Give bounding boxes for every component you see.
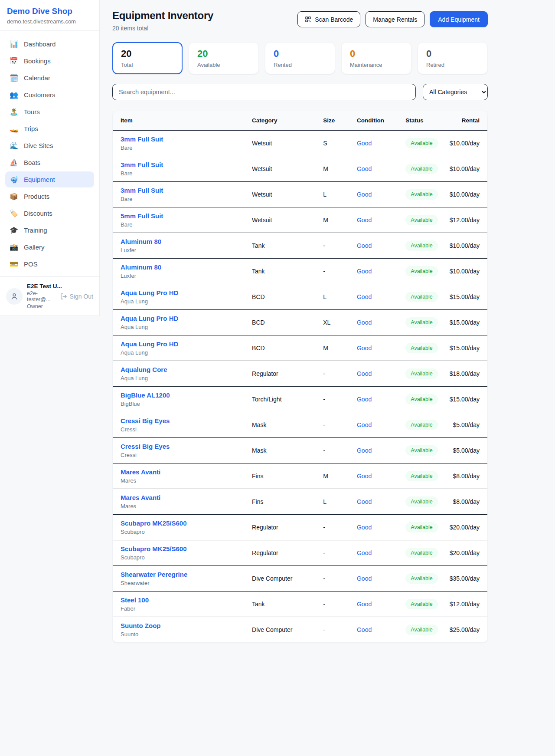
condition-link[interactable]: Good <box>357 140 372 147</box>
item-name-link[interactable]: Aluminum 80 <box>121 263 243 271</box>
item-name-link[interactable]: Aqua Lung Pro HD <box>121 315 243 322</box>
condition-link[interactable]: Good <box>357 268 372 275</box>
stat-value: 0 <box>350 48 403 59</box>
condition-link[interactable]: Good <box>357 524 372 531</box>
item-brand: Aqua Lung <box>121 349 243 356</box>
stat-card[interactable]: 0 Retired <box>418 42 488 74</box>
stat-card[interactable]: 20 Available <box>189 42 259 74</box>
item-category: Dive Computer <box>248 566 319 592</box>
status-badge: Available <box>405 343 438 353</box>
brand-link[interactable]: Demo Dive Shop <box>7 7 92 16</box>
item-category: Wetsuit <box>248 207 319 233</box>
search-input[interactable] <box>112 84 416 100</box>
item-brand: Cressi <box>121 452 243 458</box>
user-name: E2E Test U... <box>27 283 56 289</box>
item-brand: Mares <box>121 503 243 509</box>
category-select[interactable]: All Categories <box>423 84 488 100</box>
sidebar-item[interactable]: 👥 Customers <box>5 87 94 103</box>
scan-barcode-button[interactable]: Scan Barcode <box>297 11 360 27</box>
sidebar-item[interactable]: 🎓 Training <box>5 222 94 238</box>
sidebar-item[interactable]: 📅 Bookings <box>5 53 94 69</box>
status-badge: Available <box>405 471 438 481</box>
item-brand: Scubapro <box>121 529 243 535</box>
item-name-link[interactable]: Mares Avanti <box>121 494 243 501</box>
person-icon <box>10 292 19 301</box>
condition-link[interactable]: Good <box>357 575 372 582</box>
stat-card[interactable]: 0 Rented <box>265 42 335 74</box>
item-name-link[interactable]: Suunto Zoop <box>121 622 243 629</box>
condition-link[interactable]: Good <box>357 549 372 556</box>
condition-link[interactable]: Good <box>357 396 372 403</box>
item-name-link[interactable]: Aluminum 80 <box>121 238 243 245</box>
condition-link[interactable]: Good <box>357 242 372 249</box>
sidebar-nav: 📊 Dashboard 📅 Bookings 🗓️ Calendar 👥 Cus… <box>0 31 99 276</box>
sidebar-item-icon: 🎓 <box>10 227 18 234</box>
condition-link[interactable]: Good <box>357 626 372 633</box>
condition-link[interactable]: Good <box>357 447 372 454</box>
sidebar-item[interactable]: 📸 Gallery <box>5 239 94 255</box>
item-name-link[interactable]: Aqua Lung Pro HD <box>121 340 243 348</box>
condition-link[interactable]: Good <box>357 601 372 608</box>
item-name-link[interactable]: 3mm Full Suit <box>121 161 243 168</box>
rental-rate: $10.00/day <box>442 156 487 182</box>
sidebar-item[interactable]: 📊 Dashboard <box>5 36 94 52</box>
rental-rate: $20.00/day <box>442 540 487 566</box>
sidebar-item[interactable]: 🏝️ Tours <box>5 104 94 120</box>
condition-link[interactable]: Good <box>357 421 372 428</box>
item-name-link[interactable]: Aqua Lung Pro HD <box>121 289 243 296</box>
sidebar-item-label: Discounts <box>24 210 52 217</box>
condition-link[interactable]: Good <box>357 473 372 480</box>
sidebar-item[interactable]: 📦 Products <box>5 188 94 204</box>
item-name-link[interactable]: 5mm Full Suit <box>121 212 243 220</box>
condition-link[interactable]: Good <box>357 293 372 300</box>
item-name-link[interactable]: 3mm Full Suit <box>121 187 243 194</box>
sidebar-item-icon: 📦 <box>10 193 18 200</box>
item-name-link[interactable]: BigBlue AL1200 <box>121 391 243 399</box>
table-row: Aqua Lung Pro HD Aqua Lung BCD M Good Av… <box>113 335 487 361</box>
condition-link[interactable]: Good <box>357 217 372 224</box>
condition-link[interactable]: Good <box>357 345 372 352</box>
table-row: 5mm Full Suit Bare Wetsuit M Good Availa… <box>113 207 487 233</box>
condition-link[interactable]: Good <box>357 370 372 377</box>
item-name-link[interactable]: Steel 100 <box>121 596 243 604</box>
table-row: Cressi Big Eyes Cressi Mask - Good Avail… <box>113 438 487 463</box>
sidebar-item[interactable]: 🌊 Dive Sites <box>5 138 94 154</box>
sign-out-button[interactable]: Sign Out <box>60 293 93 300</box>
condition-link[interactable]: Good <box>357 165 372 172</box>
condition-link[interactable]: Good <box>357 498 372 505</box>
sidebar-item-label: Boats <box>24 159 40 166</box>
item-brand: Mares <box>121 477 243 484</box>
sidebar-item[interactable]: 🗓️ Calendar <box>5 70 94 86</box>
manage-rentals-button[interactable]: Manage Rentals <box>366 11 424 27</box>
sidebar-item-icon: 📊 <box>10 41 18 48</box>
item-name-link[interactable]: Mares Avanti <box>121 468 243 476</box>
sidebar-item-icon: 🗓️ <box>10 75 18 82</box>
stat-cards: 20 Total 20 Available 0 Rented 0 Mainten… <box>112 42 488 74</box>
user-info: E2E Test U... e2e-tester@... Owner <box>27 283 56 309</box>
column-header-item: Item <box>113 111 248 130</box>
stat-card[interactable]: 20 Total <box>112 42 183 74</box>
sidebar-item[interactable]: 🤿 Equipment <box>5 171 94 187</box>
item-brand: Scubapro <box>121 554 243 561</box>
item-name-link[interactable]: Scubapro MK25/S600 <box>121 545 243 552</box>
item-name-link[interactable]: Aqualung Core <box>121 366 243 373</box>
add-equipment-button[interactable]: Add Equipment <box>430 11 488 27</box>
stat-card[interactable]: 0 Maintenance <box>341 42 411 74</box>
stat-value: 0 <box>274 48 326 59</box>
item-size: - <box>319 412 353 438</box>
sidebar-item[interactable]: 🚤 Trips <box>5 121 94 137</box>
item-name-link[interactable]: Shearwater Peregrine <box>121 571 243 578</box>
sidebar-item-icon: 🤿 <box>10 176 18 183</box>
item-name-link[interactable]: 3mm Full Suit <box>121 135 243 143</box>
item-name-link[interactable]: Cressi Big Eyes <box>121 417 243 424</box>
sidebar-item[interactable]: 🏷️ Discounts <box>5 205 94 221</box>
item-name-link[interactable]: Scubapro MK25/S600 <box>121 519 243 527</box>
sidebar-item[interactable]: 💳 POS <box>5 256 94 272</box>
table-body: 3mm Full Suit Bare Wetsuit S Good Availa… <box>113 130 487 642</box>
sidebar-item[interactable]: ⛵ Boats <box>5 154 94 171</box>
item-category: Wetsuit <box>248 182 319 207</box>
condition-link[interactable]: Good <box>357 319 372 326</box>
condition-link[interactable]: Good <box>357 191 372 198</box>
item-name-link[interactable]: Cressi Big Eyes <box>121 443 243 450</box>
item-brand: Luxfer <box>121 247 243 253</box>
